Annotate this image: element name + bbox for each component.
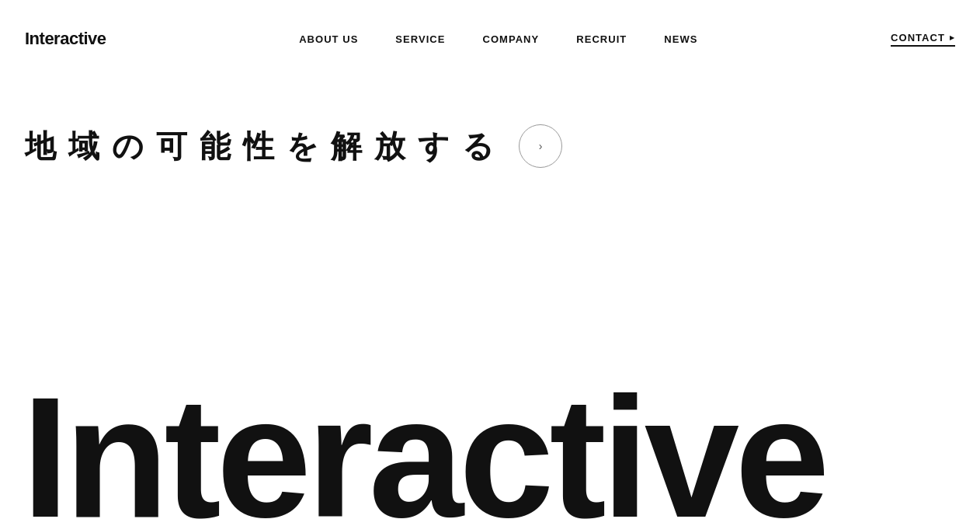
char-8: 解 <box>331 125 365 168</box>
logo[interactable]: Interactive <box>25 29 106 49</box>
large-brand-text: Interactive <box>0 381 980 519</box>
char-2: 域 <box>68 125 103 168</box>
char-1: 地 <box>25 125 59 168</box>
nav-service[interactable]: SERVICE <box>395 33 445 45</box>
hero-section: 地 域 の 可 能 性 を 解 放 す る › <box>0 78 980 168</box>
contact-arrow-icon: ▸ <box>950 33 955 43</box>
char-5: 能 <box>200 125 234 168</box>
char-6: 性 <box>243 125 277 168</box>
char-7: を <box>287 125 321 168</box>
japanese-tagline: 地 域 の 可 能 性 を 解 放 す る › <box>25 124 955 168</box>
scroll-icon: › <box>539 140 543 152</box>
nav-company[interactable]: COMPANY <box>482 33 539 45</box>
nav-recruit[interactable]: RECRUIT <box>576 33 627 45</box>
header: Interactive ABOUT US SERVICE COMPANY REC… <box>0 0 980 78</box>
char-10: す <box>418 125 453 168</box>
nav-news[interactable]: NEWS <box>664 33 697 45</box>
large-brand-text-container: Interactive <box>0 381 980 519</box>
japanese-chars-container: 地 域 の 可 能 性 を 解 放 す る <box>25 125 497 168</box>
main-nav: ABOUT US SERVICE COMPANY RECRUIT NEWS <box>299 33 697 45</box>
char-3: の <box>112 125 147 168</box>
contact-button[interactable]: CONTACT ▸ <box>891 32 955 47</box>
nav-about-us[interactable]: ABOUT US <box>299 33 358 45</box>
char-9: 放 <box>374 125 408 168</box>
char-11: る <box>462 125 497 168</box>
scroll-button[interactable]: › <box>519 124 562 168</box>
char-4: 可 <box>156 125 190 168</box>
contact-label: CONTACT <box>891 32 945 44</box>
